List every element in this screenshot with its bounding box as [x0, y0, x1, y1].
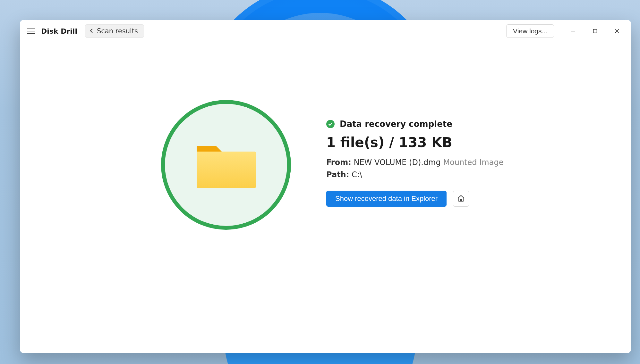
- content-area: Data recovery complete 1 file(s) / 133 K…: [20, 42, 631, 353]
- back-label: Scan results: [97, 27, 138, 35]
- svg-rect-1: [593, 29, 597, 33]
- status-text: Data recovery complete: [340, 119, 452, 129]
- hamburger-menu-icon[interactable]: [26, 26, 36, 36]
- maximize-button[interactable]: [584, 23, 606, 39]
- result-panel: Data recovery complete 1 file(s) / 133 K…: [326, 100, 605, 207]
- app-window: Disk Drill Scan results View logs...: [20, 20, 631, 353]
- from-value: NEW VOLUME (D).dmg: [354, 158, 440, 167]
- home-icon: [457, 194, 465, 203]
- from-type: Mounted Image: [443, 158, 503, 167]
- app-title: Disk Drill: [41, 27, 77, 35]
- path-value: C:\: [352, 170, 362, 179]
- from-row: From: NEW VOLUME (D).dmg Mounted Image: [326, 158, 605, 167]
- window-controls: [562, 23, 628, 39]
- folder-icon: [194, 139, 258, 191]
- action-row: Show recovered data in Explorer: [326, 191, 605, 207]
- show-in-explorer-button[interactable]: Show recovered data in Explorer: [326, 191, 447, 207]
- from-label: From:: [326, 158, 351, 167]
- view-logs-button[interactable]: View logs...: [506, 24, 554, 38]
- recovery-summary: 1 file(s) / 133 KB: [326, 135, 605, 150]
- titlebar: Disk Drill Scan results View logs...: [20, 20, 631, 42]
- back-scan-results-button[interactable]: Scan results: [85, 24, 144, 38]
- status-line: Data recovery complete: [326, 119, 605, 129]
- chevron-left-icon: [89, 27, 94, 35]
- path-label: Path:: [326, 170, 349, 179]
- path-row: Path: C:\: [326, 170, 605, 179]
- close-button[interactable]: [606, 23, 628, 39]
- svg-rect-5: [197, 152, 256, 188]
- svg-rect-6: [460, 199, 462, 201]
- success-circle: [161, 100, 291, 230]
- home-button[interactable]: [453, 191, 469, 207]
- success-illustration: [161, 100, 291, 230]
- check-circle-icon: [326, 120, 335, 128]
- minimize-button[interactable]: [562, 23, 584, 39]
